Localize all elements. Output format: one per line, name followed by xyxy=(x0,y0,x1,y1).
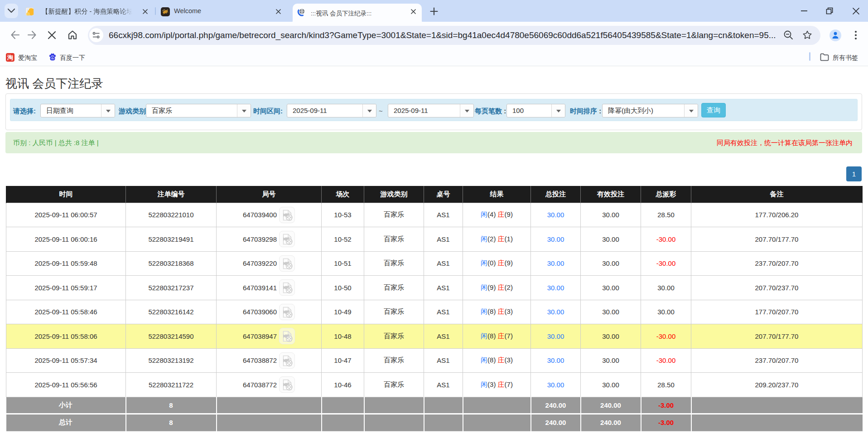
svg-text:du: du xyxy=(51,57,54,60)
